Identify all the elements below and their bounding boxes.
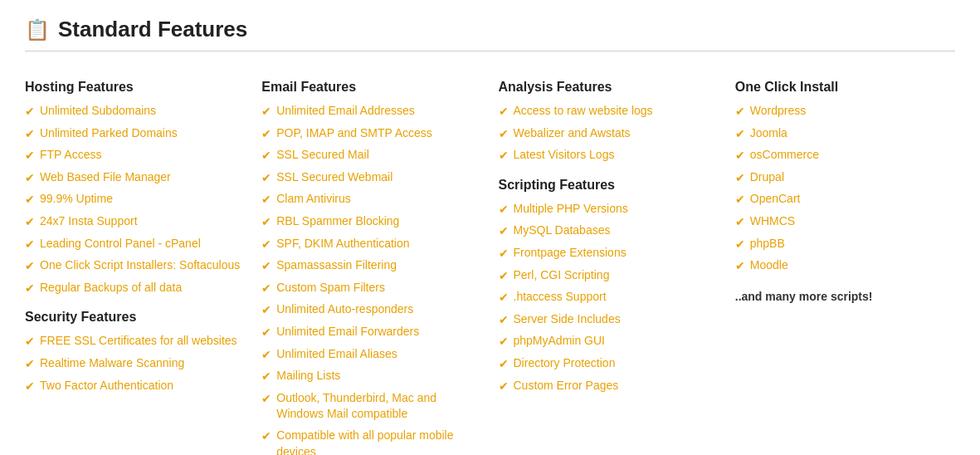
check-icon: ✔ bbox=[735, 126, 745, 143]
feature-text[interactable]: Perl, CGI Scripting bbox=[514, 267, 610, 284]
feature-text[interactable]: OpenCart bbox=[750, 191, 801, 208]
list-item: ✔Leading Control Panel - cPanel bbox=[25, 236, 245, 253]
feature-text[interactable]: Webalizer and Awstats bbox=[514, 125, 631, 142]
feature-text[interactable]: Unlimited Parked Domains bbox=[40, 125, 178, 142]
feature-text[interactable]: Leading Control Panel - cPanel bbox=[40, 236, 201, 252]
check-icon: ✔ bbox=[261, 391, 271, 408]
feature-text[interactable]: .htaccess Support bbox=[514, 289, 607, 306]
feature-text[interactable]: Access to raw website logs bbox=[514, 103, 653, 120]
list-item: ✔.htaccess Support bbox=[499, 289, 719, 306]
feature-text[interactable]: Unlimited Auto-responders bbox=[276, 301, 413, 318]
clipboard-icon: 📋 bbox=[25, 18, 50, 42]
list-item: ✔Joomla bbox=[735, 125, 955, 143]
check-icon: ✔ bbox=[499, 202, 509, 218]
feature-text[interactable]: Mailing Lists bbox=[276, 368, 340, 384]
check-icon: ✔ bbox=[499, 356, 509, 373]
section-title-2-1: Scripting Features bbox=[499, 178, 719, 193]
check-icon: ✔ bbox=[499, 126, 509, 143]
feature-text[interactable]: Custom Error Pages bbox=[514, 378, 619, 394]
check-icon: ✔ bbox=[25, 237, 35, 253]
feature-text[interactable]: SSL Secured Mail bbox=[276, 147, 369, 164]
feature-text[interactable]: Joomla bbox=[750, 125, 787, 142]
list-item: ✔Drupal bbox=[735, 169, 955, 187]
feature-text[interactable]: Outlook, Thunderbird, Mac and Windows Ma… bbox=[276, 390, 481, 423]
check-icon: ✔ bbox=[25, 258, 35, 275]
many-more-scripts: ..and many more scripts! bbox=[735, 290, 955, 303]
feature-text[interactable]: FREE SSL Certificates for all websites bbox=[40, 333, 237, 350]
list-item: ✔osCommerce bbox=[735, 147, 955, 164]
features-grid: Hosting Features✔Unlimited Subdomains✔Un… bbox=[25, 71, 955, 455]
feature-text[interactable]: 24x7 Insta Support bbox=[40, 213, 138, 230]
feature-text[interactable]: MySQL Databases bbox=[514, 223, 611, 239]
feature-text[interactable]: Regular Backups of all data bbox=[40, 280, 182, 296]
feature-text[interactable]: Unlimited Subdomains bbox=[40, 103, 156, 120]
check-icon: ✔ bbox=[261, 126, 271, 143]
check-icon: ✔ bbox=[735, 148, 745, 164]
check-icon: ✔ bbox=[735, 214, 745, 231]
list-item: ✔Frontpage Extensions bbox=[499, 245, 719, 262]
list-item: ✔Two Factor Authentication bbox=[25, 378, 245, 395]
section-title-1-0: Email Features bbox=[261, 80, 481, 95]
feature-text[interactable]: Custom Spam Filters bbox=[276, 280, 385, 296]
list-item: ✔99.9% Uptime bbox=[25, 191, 245, 208]
feature-text[interactable]: Drupal bbox=[750, 169, 784, 186]
feature-text[interactable]: FTP Access bbox=[40, 147, 101, 164]
list-item: ✔Outlook, Thunderbird, Mac and Windows M… bbox=[261, 390, 481, 423]
feature-text[interactable]: Spamassassin Filtering bbox=[276, 257, 397, 274]
list-item: ✔Custom Spam Filters bbox=[261, 280, 481, 297]
feature-text[interactable]: phpMyAdmin GUI bbox=[514, 333, 605, 350]
feature-text[interactable]: Clam Antivirus bbox=[276, 191, 350, 208]
feature-text[interactable]: Two Factor Authentication bbox=[40, 378, 173, 394]
list-item: ✔Web Based File Manager bbox=[25, 169, 245, 187]
check-icon: ✔ bbox=[735, 237, 745, 253]
check-icon: ✔ bbox=[499, 334, 509, 350]
feature-text[interactable]: Web Based File Manager bbox=[40, 169, 171, 186]
feature-text[interactable]: SSL Secured Webmail bbox=[276, 169, 392, 186]
feature-text[interactable]: 99.9% Uptime bbox=[40, 191, 113, 208]
feature-text[interactable]: Frontpage Extensions bbox=[514, 245, 627, 262]
feature-text[interactable]: Multiple PHP Versions bbox=[514, 201, 628, 218]
list-item: ✔Wordpress bbox=[735, 103, 955, 120]
feature-text[interactable]: SPF, DKIM Authentication bbox=[276, 236, 409, 252]
feature-text[interactable]: Realtime Malware Scanning bbox=[40, 355, 184, 372]
list-item: ✔SSL Secured Webmail bbox=[261, 169, 481, 187]
column-1: Email Features✔Unlimited Email Addresses… bbox=[261, 71, 481, 455]
feature-text[interactable]: One Click Script Installers: Softaculous bbox=[40, 257, 240, 274]
feature-text[interactable]: Wordpress bbox=[750, 103, 806, 120]
section-title-2-0: Analysis Features bbox=[499, 80, 719, 95]
check-icon: ✔ bbox=[735, 192, 745, 208]
check-icon: ✔ bbox=[261, 214, 271, 231]
feature-text[interactable]: RBL Spammer Blocking bbox=[276, 213, 399, 230]
feature-text[interactable]: Unlimited Email Aliases bbox=[276, 346, 397, 363]
feature-text[interactable]: Directory Protection bbox=[514, 355, 616, 372]
list-item: ✔Clam Antivirus bbox=[261, 191, 481, 208]
feature-text[interactable]: WHMCS bbox=[750, 213, 795, 230]
feature-text[interactable]: phpBB bbox=[750, 236, 785, 252]
page-title: Standard Features bbox=[58, 17, 247, 42]
feature-text[interactable]: Unlimited Email Addresses bbox=[276, 103, 415, 120]
feature-text[interactable]: Compatible with all popular mobile devic… bbox=[276, 428, 481, 455]
list-item: ✔Unlimited Parked Domains bbox=[25, 125, 245, 143]
check-icon: ✔ bbox=[261, 347, 271, 364]
list-item: ✔Custom Error Pages bbox=[499, 378, 719, 395]
feature-text[interactable]: Unlimited Email Forwarders bbox=[276, 324, 419, 340]
check-icon: ✔ bbox=[735, 104, 745, 120]
list-item: ✔MySQL Databases bbox=[499, 223, 719, 240]
check-icon: ✔ bbox=[735, 258, 745, 275]
check-icon: ✔ bbox=[261, 104, 271, 120]
list-item: ✔FTP Access bbox=[25, 147, 245, 164]
feature-text[interactable]: POP, IMAP and SMTP Access bbox=[276, 125, 432, 142]
section-title-0-1: Security Features bbox=[25, 310, 245, 325]
feature-text[interactable]: Latest Visitors Logs bbox=[514, 147, 615, 164]
check-icon: ✔ bbox=[261, 281, 271, 297]
check-icon: ✔ bbox=[261, 258, 271, 275]
feature-text[interactable]: osCommerce bbox=[750, 147, 819, 164]
check-icon: ✔ bbox=[261, 170, 271, 187]
feature-text[interactable]: Server Side Includes bbox=[514, 311, 621, 328]
list-item: ✔Mailing Lists bbox=[261, 368, 481, 385]
list-item: ✔Directory Protection bbox=[499, 355, 719, 373]
feature-text[interactable]: Moodle bbox=[750, 257, 788, 274]
column-3: One Click Install✔Wordpress✔Joomla✔osCom… bbox=[735, 71, 955, 455]
check-icon: ✔ bbox=[499, 379, 509, 395]
column-0: Hosting Features✔Unlimited Subdomains✔Un… bbox=[25, 71, 245, 455]
